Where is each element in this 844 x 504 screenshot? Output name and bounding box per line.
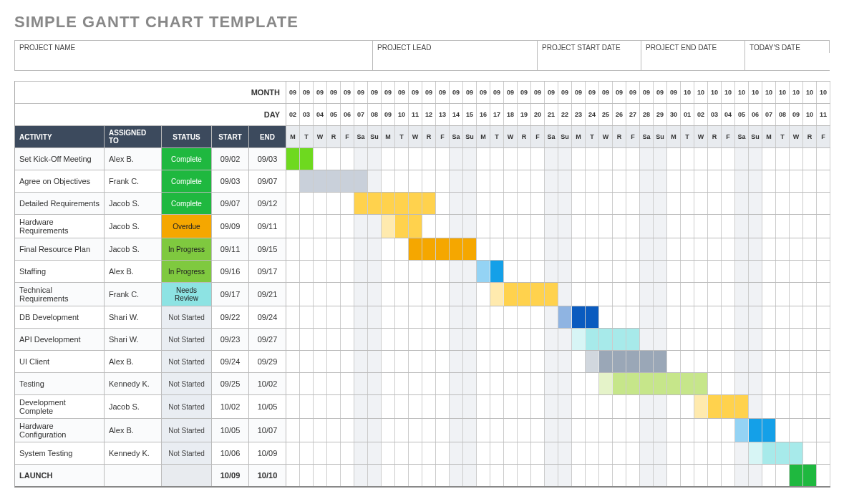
gantt-cell	[545, 373, 558, 394]
gantt-cell	[518, 442, 531, 464]
gantt-cell	[708, 283, 722, 306]
gantt-cell	[518, 395, 531, 418]
gantt-cell	[327, 148, 341, 170]
status-cell: In Progress	[162, 261, 212, 282]
start-date-input[interactable]	[538, 53, 641, 70]
gantt-cell	[422, 261, 436, 282]
gantt-cell	[531, 329, 545, 350]
end-cell: 09/12	[249, 193, 286, 214]
task-row: UI Client Alex B. Not Started 09/24 09/2…	[15, 350, 830, 372]
gantt-cell	[354, 351, 368, 372]
gantt-cell	[395, 419, 409, 442]
gantt-cell	[436, 351, 450, 372]
gantt-cell	[518, 465, 531, 486]
day-cell: 09	[382, 104, 395, 125]
gantt-cell	[735, 283, 749, 306]
gantt-cell	[817, 395, 830, 418]
gantt-cell	[504, 329, 518, 350]
gantt-cell	[341, 465, 354, 486]
gantt-cell	[477, 193, 490, 214]
gantt-cell	[558, 261, 572, 282]
gantt-cell	[626, 351, 640, 372]
gantt-cell	[436, 215, 450, 238]
gantt-cell	[518, 261, 531, 282]
project-lead-input[interactable]	[373, 53, 537, 70]
gantt-cell	[558, 170, 572, 192]
weekday-cell: F	[722, 126, 735, 147]
gantt-cell	[422, 306, 436, 328]
weekday-cell: F	[341, 126, 354, 147]
gantt-cell	[572, 395, 586, 418]
gantt-cell	[490, 261, 504, 282]
gantt-cell	[300, 373, 314, 394]
gantt-cell	[341, 442, 354, 464]
gantt-cell	[545, 465, 558, 486]
gantt-cell	[626, 306, 640, 328]
gantt-cell	[640, 329, 654, 350]
gantt-cell	[341, 170, 354, 192]
gantt-cell	[545, 215, 558, 238]
gantt-cell	[327, 170, 341, 192]
gantt-cell	[354, 148, 368, 170]
weekday-cell: M	[382, 126, 395, 147]
gantt-cell	[490, 373, 504, 394]
end-cell: 10/05	[249, 395, 286, 418]
gantt-cell	[694, 351, 708, 372]
gantt-cell	[463, 306, 477, 328]
activity-cell: Agree on Objectives	[15, 170, 105, 192]
gantt-cell	[327, 351, 341, 372]
gantt-cell	[599, 306, 613, 328]
start-cell: 10/02	[212, 395, 249, 418]
start-cell: 09/23	[212, 329, 249, 350]
task-row: LAUNCH 10/09 10/10	[15, 464, 830, 486]
task-row: Hardware Requirements Jacob S. Overdue 0…	[15, 214, 830, 238]
start-cell: 09/24	[212, 351, 249, 372]
gantt-cell	[422, 148, 436, 170]
day-cell: 18	[504, 104, 518, 125]
today-input[interactable]	[745, 53, 842, 70]
gantt-cell	[681, 395, 694, 418]
gantt-cell	[354, 442, 368, 464]
end-date-input[interactable]	[641, 53, 744, 70]
activity-cell: System Testing	[15, 442, 105, 464]
weekday-cell: Sa	[545, 126, 558, 147]
gantt-cell	[327, 238, 341, 260]
day-cell: 17	[490, 104, 504, 125]
gantt-cell	[613, 283, 626, 306]
gantt-cell	[803, 351, 817, 372]
gantt-cell	[722, 193, 735, 214]
assigned-cell: Alex B.	[105, 148, 162, 170]
gantt-cell	[626, 442, 640, 464]
gantt-cell	[640, 351, 654, 372]
gantt-cell	[762, 442, 776, 464]
gantt-cell	[654, 351, 667, 372]
gantt-cell	[518, 238, 531, 260]
gantt-cell	[749, 193, 762, 214]
gantt-cell	[762, 283, 776, 306]
gantt-cell	[708, 373, 722, 394]
gantt-cell	[354, 170, 368, 192]
project-name-input[interactable]	[15, 53, 372, 70]
status-cell: Not Started	[162, 373, 212, 394]
gantt-cell	[300, 238, 314, 260]
gantt-cell	[314, 215, 327, 238]
gantt-cell	[518, 329, 531, 350]
gantt-cell	[558, 373, 572, 394]
gantt-cell	[667, 306, 681, 328]
start-cell: 09/25	[212, 373, 249, 394]
gantt-cell	[749, 419, 762, 442]
end-cell: 09/03	[249, 148, 286, 170]
gantt-cell	[545, 419, 558, 442]
gantt-cell	[722, 261, 735, 282]
day-cell: 03	[300, 104, 314, 125]
gantt-cell	[354, 215, 368, 238]
gantt-cell	[354, 261, 368, 282]
gantt-cell	[409, 351, 422, 372]
gantt-cell	[626, 395, 640, 418]
weekday-cell: W	[790, 126, 803, 147]
gantt-cell	[545, 170, 558, 192]
gantt-cell	[762, 238, 776, 260]
gantt-cell	[368, 442, 382, 464]
gantt-cell	[518, 193, 531, 214]
gantt-cell	[694, 215, 708, 238]
